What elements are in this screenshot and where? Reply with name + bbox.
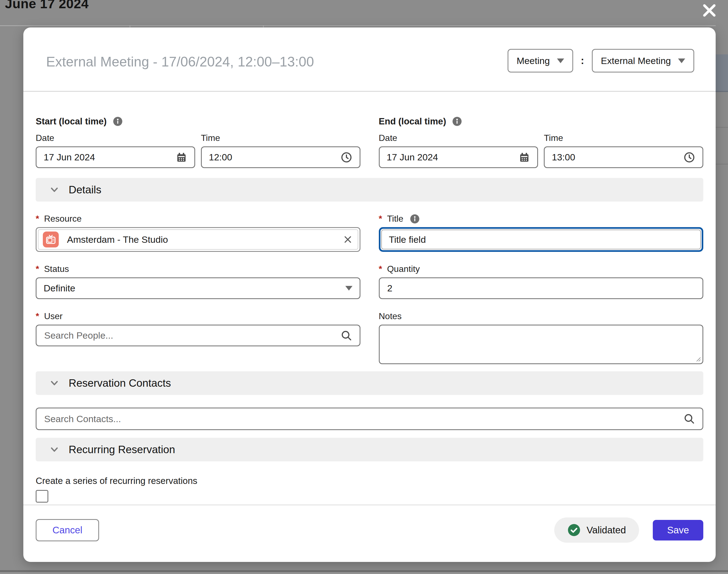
recurring-reservation-section-label: Recurring Reservation (69, 444, 175, 456)
reservation-dialog: External Meeting - 17/06/2024, 12:00–13:… (23, 28, 716, 562)
required-mark: * (36, 214, 39, 224)
validated-badge-label: Validated (587, 525, 626, 536)
quantity-label: Quantity (387, 264, 420, 274)
recurring-checkbox-label: Create a series of recurring reservation… (36, 476, 703, 486)
footer-divider (23, 504, 716, 505)
notes-textarea[interactable] (380, 325, 703, 363)
calendar-selected-cell (716, 54, 728, 92)
start-date-input[interactable]: 17 Jun 2024 (36, 147, 195, 168)
user-label: User (44, 311, 62, 321)
info-icon[interactable] (113, 117, 123, 126)
calendar-grid-line (716, 164, 728, 165)
dialog-footer: Cancel Validated Save (23, 504, 716, 562)
reservation-contacts-section-header[interactable]: Reservation Contacts (36, 371, 703, 395)
user-search-box (36, 325, 360, 346)
title-field: * Title (379, 202, 703, 252)
calendar-icon[interactable] (176, 152, 187, 163)
close-icon[interactable] (699, 1, 719, 20)
quantity-field: *Quantity (379, 252, 703, 299)
clock-icon[interactable] (683, 151, 695, 163)
recurring-checkbox[interactable] (36, 490, 48, 503)
start-section-label: Start (local time) (36, 116, 107, 127)
required-mark: * (379, 264, 382, 274)
quantity-input[interactable] (387, 283, 696, 294)
calendar-edge-cells (716, 0, 728, 574)
end-date-value: 17 Jun 2024 (387, 152, 519, 163)
start-time-input[interactable]: 12:00 (201, 147, 360, 168)
contacts-search-box (36, 408, 703, 430)
dropdown-arrow-icon (345, 286, 352, 291)
start-date-label: Date (36, 133, 195, 143)
subtype-dropdown-value: External Meeting (601, 55, 671, 66)
end-time-input[interactable]: 13:00 (544, 147, 703, 168)
calendar-row (0, 572, 728, 574)
reservation-contacts-section-label: Reservation Contacts (69, 377, 171, 389)
resize-handle-icon[interactable] (694, 355, 701, 362)
subtype-dropdown[interactable]: External Meeting (592, 49, 694, 73)
status-select[interactable]: Definite (36, 277, 360, 299)
status-field: *Status Definite (36, 252, 360, 299)
chevron-down-icon (48, 184, 60, 196)
resource-value: Amsterdam - The Studio (67, 234, 334, 245)
notes-textarea-box (379, 325, 703, 364)
category-dropdown-value: Meeting (517, 55, 550, 66)
end-date-label: Date (379, 133, 538, 143)
end-date-input[interactable]: 17 Jun 2024 (379, 147, 538, 168)
calendar-grid-line (0, 570, 728, 572)
calendar-grid-line (716, 127, 728, 128)
search-icon[interactable] (683, 413, 695, 425)
resource-combobox[interactable]: Amsterdam - The Studio (36, 227, 360, 252)
save-button[interactable]: Save (653, 520, 703, 540)
tv-icon (43, 232, 59, 247)
required-mark: * (36, 264, 39, 274)
status-label: Status (44, 264, 69, 274)
required-mark: * (379, 214, 382, 224)
chevron-down-icon (48, 444, 60, 456)
title-input[interactable] (388, 234, 694, 245)
status-value: Definite (44, 283, 345, 294)
start-date-value: 17 Jun 2024 (44, 152, 176, 163)
calendar-grid-line (0, 25, 728, 26)
user-search-input[interactable] (44, 330, 340, 341)
clear-icon[interactable] (342, 234, 353, 245)
title-label: Title (387, 214, 403, 224)
validated-badge: Validated (554, 518, 639, 543)
resource-label: Resource (44, 214, 82, 224)
title-input-focused (379, 227, 703, 252)
details-section-header[interactable]: Details (36, 178, 703, 202)
save-button-label: Save (667, 525, 689, 536)
reservation-title-placeholder[interactable]: External Meeting - 17/06/2024, 12:00–13:… (46, 54, 314, 70)
chevron-down-icon (48, 377, 60, 389)
info-icon[interactable] (452, 117, 462, 126)
start-time-value: 12:00 (209, 152, 340, 163)
calendar-icon[interactable] (519, 152, 530, 163)
search-icon[interactable] (340, 330, 352, 342)
notes-label: Notes (379, 311, 402, 321)
check-icon (567, 524, 581, 537)
calendar-date-heading: June 17 2024 (5, 0, 89, 11)
end-time-label: Time (544, 133, 703, 143)
end-datetime-group: End (local time) Date 17 Jun 2024 (379, 115, 703, 168)
cancel-button-label: Cancel (52, 525, 82, 536)
cancel-button[interactable]: Cancel (36, 519, 99, 541)
start-datetime-group: Start (local time) Date 17 Jun 2024 (36, 115, 360, 168)
contacts-search-input[interactable] (44, 413, 683, 424)
type-separator: : (581, 55, 584, 67)
recurring-reservation-section-header[interactable]: Recurring Reservation (36, 438, 703, 461)
quantity-input-box (379, 277, 703, 299)
user-field: *User (36, 299, 360, 364)
info-icon[interactable] (410, 214, 420, 224)
dialog-header: External Meeting - 17/06/2024, 12:00–13:… (23, 28, 716, 92)
start-time-label: Time (201, 133, 360, 143)
notes-field: Notes (379, 299, 703, 364)
type-selector-row: Meeting : External Meeting (508, 49, 694, 73)
clock-icon[interactable] (340, 151, 352, 163)
dropdown-arrow-icon (678, 58, 685, 63)
resource-field: *Resource Amsterdam - The Studio (36, 202, 360, 252)
required-mark: * (36, 311, 39, 321)
dropdown-arrow-icon (557, 58, 564, 63)
category-dropdown[interactable]: Meeting (508, 49, 573, 73)
end-section-label: End (local time) (379, 116, 446, 127)
end-time-value: 13:00 (552, 152, 683, 163)
details-section-label: Details (69, 184, 101, 196)
